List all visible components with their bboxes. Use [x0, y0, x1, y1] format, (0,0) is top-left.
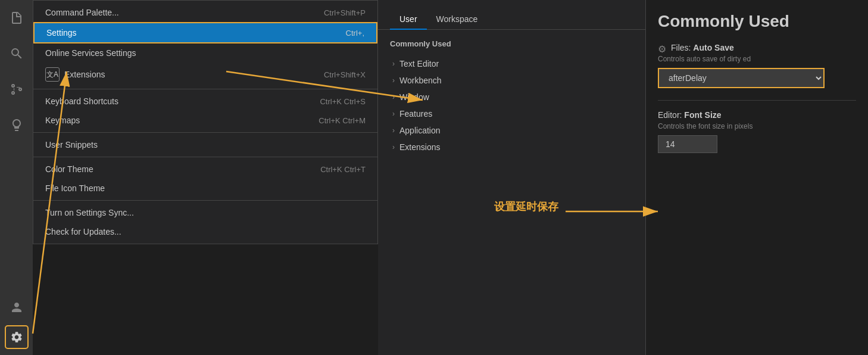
tab-workspace[interactable]: Workspace	[427, 10, 488, 30]
settings-nav-panel: User Workspace Commonly Used › Text Edit…	[378, 0, 646, 355]
settings-nav-label: Text Editor	[399, 59, 439, 68]
menu-item-label: User Snippets	[45, 140, 98, 150]
menu-item-label: Check for Updates...	[45, 227, 121, 236]
menu-item-label: Keyboard Shortcuts	[45, 96, 118, 106]
menu-item-label: Color Theme	[45, 164, 93, 174]
setting-gear-icon: ⚙	[658, 43, 666, 55]
menu-item-label: Turn on Settings Sync...	[45, 208, 134, 217]
setting-font-size: Editor: Font Size Controls the font size…	[658, 110, 856, 153]
setting-divider-1	[658, 100, 856, 101]
settings-tabs: User Workspace	[378, 0, 645, 30]
settings-nav-window[interactable]: › Window	[388, 89, 636, 105]
menu-separator-1	[33, 89, 377, 89]
menu-item-settings-sync[interactable]: Turn on Settings Sync...	[33, 203, 377, 222]
translate-icon: 文A	[45, 67, 60, 82]
menu-item-shortcut: Ctrl+K Ctrl+M	[319, 116, 366, 125]
activity-bar	[0, 0, 33, 355]
menu-item-user-snippets[interactable]: User Snippets	[33, 135, 377, 154]
chevron-icon: ›	[392, 143, 395, 151]
menu-item-color-theme[interactable]: Color Theme Ctrl+K Ctrl+T	[33, 160, 377, 179]
menu-item-label: Extensions	[64, 70, 105, 79]
setting-auto-save-select-wrapper: afterDelay off onFocusChange onWindowCha…	[658, 68, 856, 88]
menu-item-shortcut: Ctrl+K Ctrl+S	[320, 97, 366, 106]
setting-auto-save: ⚙ Files: Auto Save Controls auto save of…	[658, 43, 856, 88]
tab-user[interactable]: User	[390, 10, 427, 30]
menu-item-extensions[interactable]: 文A Extensions Ctrl+Shift+X	[33, 63, 377, 86]
settings-nav-label: Application	[399, 126, 441, 135]
settings-nav-label: Extensions	[399, 142, 440, 152]
menu-item-keyboard-shortcuts[interactable]: Keyboard Shortcuts Ctrl+K Ctrl+S	[33, 92, 377, 111]
menu-item-online-services[interactable]: Online Services Settings	[33, 43, 377, 63]
settings-nav-features[interactable]: › Features	[388, 105, 636, 122]
menu-item-keymaps[interactable]: Keymaps Ctrl+K Ctrl+M	[33, 111, 377, 130]
git-sidebar-icon[interactable]	[5, 77, 29, 101]
settings-nav-extensions[interactable]: › Extensions	[388, 139, 636, 155]
gear-sidebar-icon[interactable]	[5, 325, 29, 349]
menu-item-label: Online Services Settings	[45, 48, 136, 58]
context-menu: Command Palette... Ctrl+Shift+P Settings…	[33, 0, 378, 244]
settings-nav-text-editor[interactable]: › Text Editor	[388, 55, 636, 72]
chevron-icon: ›	[392, 126, 395, 135]
settings-nav-label: Workbench	[399, 76, 442, 85]
search-sidebar-icon[interactable]	[5, 42, 29, 66]
settings-nav-label: Features	[399, 109, 432, 119]
setting-auto-save-desc: Controls auto save of dirty ed	[658, 55, 856, 63]
menu-item-label: Keymaps	[45, 116, 80, 125]
menu-item-shortcut: Ctrl+Shift+X	[324, 70, 366, 79]
setting-font-size-label: Editor: Font Size	[658, 110, 856, 120]
menu-item-label: File Icon Theme	[45, 183, 105, 193]
menu-item-shortcut: Ctrl+Shift+P	[324, 8, 366, 17]
setting-auto-save-label-bold: Auto Save	[693, 43, 733, 52]
setting-font-size-label-bold: Font Size	[684, 110, 721, 120]
chevron-icon: ›	[392, 110, 395, 118]
font-size-input[interactable]	[658, 135, 717, 153]
menu-item-shortcut: Ctrl+K Ctrl+T	[320, 165, 366, 174]
menu-item-check-updates[interactable]: Check for Updates...	[33, 222, 377, 241]
settings-section-title: Commonly Used	[388, 39, 636, 48]
menu-item-label: Settings	[46, 28, 77, 38]
menu-separator-4	[33, 200, 377, 201]
settings-nav-application[interactable]: › Application	[388, 122, 636, 139]
menu-item-command-palette[interactable]: Command Palette... Ctrl+Shift+P	[33, 3, 377, 22]
files-sidebar-icon[interactable]	[5, 6, 29, 30]
main-content-panel: Commonly Used ⚙ Files: Auto Save Control…	[646, 0, 868, 355]
menu-separator-2	[33, 132, 377, 133]
menu-item-label: Command Palette...	[45, 8, 119, 17]
settings-nav-label: Window	[399, 92, 429, 102]
chevron-icon: ›	[392, 93, 395, 101]
account-icon[interactable]	[5, 295, 29, 319]
auto-save-select[interactable]: afterDelay off onFocusChange onWindowCha…	[658, 68, 825, 88]
menu-item-file-icon-theme[interactable]: File Icon Theme	[33, 179, 377, 198]
settings-nav-sidebar: Commonly Used › Text Editor › Workbench …	[378, 30, 645, 165]
menu-item-shortcut: Ctrl+,	[346, 29, 364, 38]
settings-nav-workbench[interactable]: › Workbench	[388, 72, 636, 89]
menu-item-left: 文A Extensions	[45, 67, 105, 82]
setting-auto-save-control: ⚙ Files: Auto Save	[658, 43, 856, 55]
menu-separator-3	[33, 157, 377, 157]
menu-item-settings[interactable]: Settings Ctrl+,	[33, 22, 377, 43]
debug-sidebar-icon[interactable]	[5, 113, 29, 137]
setting-font-size-desc: Controls the font size in pixels	[658, 122, 856, 130]
chevron-icon: ›	[392, 76, 395, 85]
chevron-icon: ›	[392, 60, 395, 68]
setting-auto-save-label: Files: Auto Save	[671, 43, 734, 52]
main-panel-title: Commonly Used	[658, 12, 856, 31]
